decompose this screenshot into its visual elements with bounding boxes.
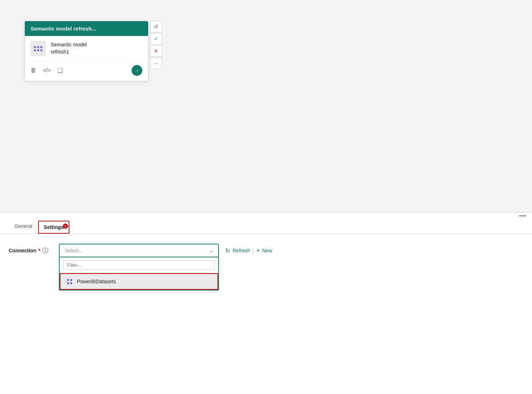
activity-name: Semantic model refresh1 bbox=[51, 41, 87, 55]
redo-icon: ↺ bbox=[154, 24, 158, 29]
tab-general[interactable]: General bbox=[9, 220, 38, 233]
check-icon: ✓ bbox=[154, 36, 158, 42]
side-toolbar: ↺ ✓ ✕ → bbox=[150, 21, 162, 69]
arrow-right-icon: → bbox=[134, 68, 139, 73]
check-button[interactable]: ✓ bbox=[150, 33, 162, 45]
powerbi-dot bbox=[70, 279, 72, 281]
settings-badge: 1 bbox=[63, 224, 68, 229]
tab-settings-label: Settings bbox=[44, 224, 64, 230]
dot bbox=[37, 46, 39, 48]
activity-card-footer: 🗑 </> ❑ → bbox=[25, 61, 148, 81]
plus-icon: + bbox=[256, 247, 260, 255]
activity-card-header: Semantic model refresh... bbox=[25, 21, 148, 36]
refresh-label: Refresh bbox=[233, 248, 250, 253]
filter-input[interactable] bbox=[63, 260, 215, 270]
new-button[interactable]: + New bbox=[256, 247, 272, 255]
activity-card-title: Semantic model refresh... bbox=[31, 26, 96, 32]
dot bbox=[34, 46, 36, 48]
minimize-bar[interactable] bbox=[519, 215, 526, 216]
dropdown-item-powerbi[interactable]: PowerBIDatasets bbox=[60, 273, 218, 290]
powerbi-icon bbox=[65, 278, 73, 285]
dropdown-menu: PowerBIDatasets bbox=[59, 257, 219, 290]
connection-dropdown[interactable]: Select... ⌄ bbox=[59, 244, 219, 257]
powerbi-dots-grid bbox=[67, 279, 72, 284]
chevron-down-icon: ⌄ bbox=[210, 248, 213, 253]
activity-card-body: Semantic model refresh1 bbox=[25, 36, 148, 61]
dot bbox=[34, 49, 36, 51]
go-arrow-button[interactable]: → bbox=[132, 65, 142, 76]
separator: | bbox=[252, 247, 254, 255]
redo-button[interactable]: ↺ bbox=[150, 21, 162, 32]
refresh-button[interactable]: ↻ Refresh bbox=[225, 247, 250, 254]
new-label: New bbox=[262, 248, 272, 253]
dot bbox=[40, 49, 42, 51]
dot bbox=[40, 46, 42, 48]
delete-icon[interactable]: 🗑 bbox=[31, 67, 36, 74]
dots-grid-icon bbox=[34, 46, 42, 51]
arrow-icon: → bbox=[153, 60, 159, 66]
cross-icon: ✕ bbox=[154, 48, 158, 54]
tabs-row: General Settings 1 bbox=[0, 220, 532, 234]
dropdown-item-label: PowerBIDatasets bbox=[77, 279, 116, 284]
refresh-icon: ↻ bbox=[225, 247, 230, 254]
activity-icon bbox=[31, 41, 46, 56]
copy-icon[interactable]: ❑ bbox=[58, 67, 63, 74]
panel-content: Connection * i Select... ⌄ bbox=[0, 234, 532, 267]
tab-settings[interactable]: Settings 1 bbox=[38, 221, 69, 234]
cross-button[interactable]: ✕ bbox=[150, 45, 162, 57]
dropdown-filter bbox=[60, 257, 218, 273]
dot bbox=[37, 49, 39, 51]
connection-text: Connection bbox=[9, 248, 36, 253]
arrow-button[interactable]: → bbox=[150, 58, 162, 69]
canvas-area: Semantic model refresh... Semantic model… bbox=[0, 0, 532, 212]
connection-dropdown-wrapper: Select... ⌄ bbox=[59, 244, 219, 257]
action-buttons: ↻ Refresh | + New bbox=[225, 247, 272, 255]
activity-card: Semantic model refresh... Semantic model… bbox=[24, 21, 148, 81]
bottom-panel: General Settings 1 Connection * i Select… bbox=[0, 212, 532, 394]
info-icon[interactable]: i bbox=[42, 248, 48, 253]
dropdown-placeholder: Select... bbox=[65, 248, 83, 253]
tab-general-label: General bbox=[14, 223, 32, 229]
powerbi-dot bbox=[70, 282, 72, 284]
connection-row: Connection * i Select... ⌄ bbox=[9, 244, 523, 257]
powerbi-dot bbox=[67, 282, 69, 284]
powerbi-dot bbox=[67, 279, 69, 281]
required-star: * bbox=[38, 248, 40, 253]
connection-label: Connection * i bbox=[9, 248, 59, 253]
code-icon[interactable]: </> bbox=[43, 67, 51, 74]
